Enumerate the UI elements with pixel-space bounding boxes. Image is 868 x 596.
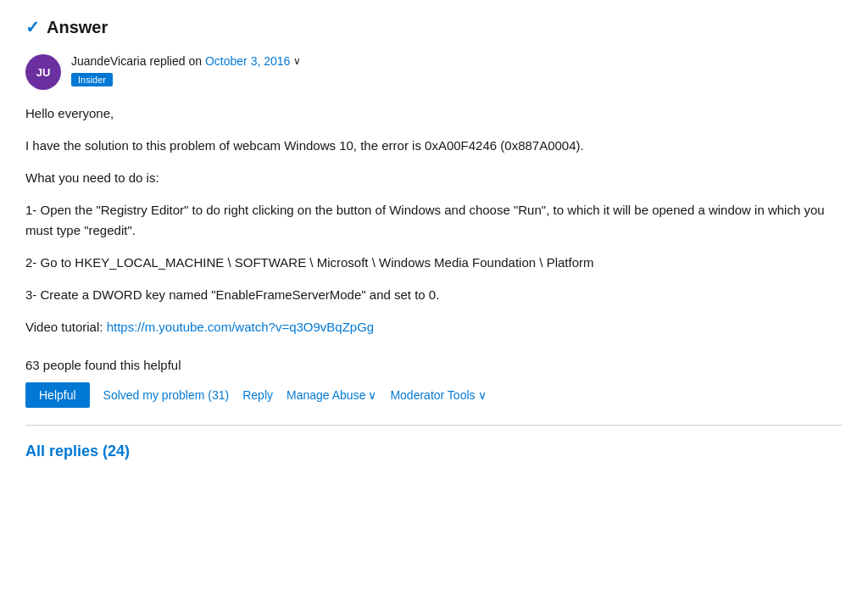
paragraph-1: Hello everyone, [25, 103, 843, 124]
manage-abuse-label: Manage Abuse [287, 388, 365, 402]
video-link[interactable]: https://m.youtube.com/watch?v=q3O9vBqZpG… [107, 320, 375, 334]
date-link[interactable]: October 3, 2016 [205, 54, 290, 68]
paragraph-4: 1- Open the "Registry Editor" to do righ… [25, 200, 843, 241]
post-content: Hello everyone, I have the solution to t… [25, 103, 843, 337]
paragraph-7: Video tutorial: https://m.youtube.com/wa… [25, 317, 843, 337]
paragraph-3: What you need to do is: [25, 168, 843, 188]
paragraph-2: I have the solution to this problem of w… [25, 136, 843, 156]
answer-title: Answer [47, 18, 108, 37]
paragraph-6: 3- Create a DWORD key named "EnableFrame… [25, 285, 843, 305]
username: JuandeVicaria [71, 54, 146, 68]
moderator-tools-label: Moderator Tools [390, 388, 475, 402]
video-tutorial-text: Video tutorial: [25, 320, 107, 334]
helpful-count: 63 people found this helpful [25, 358, 843, 372]
badge-container: Insider [71, 71, 301, 86]
all-replies-link[interactable]: All replies (24) [25, 443, 130, 460]
user-info: JuandeVicaria replied on October 3, 2016… [71, 54, 301, 86]
manage-abuse-chevron-icon: ∨ [368, 388, 376, 402]
paragraph-5: 2- Go to HKEY_LOCAL_MACHINE \ SOFTWARE \… [25, 253, 843, 273]
action-bar: Helpful Solved my problem (31) Reply Man… [25, 382, 843, 426]
user-meta: JuandeVicaria replied on October 3, 2016… [71, 54, 301, 68]
answer-header: ✓ Answer [25, 17, 843, 37]
helpful-button[interactable]: Helpful [25, 382, 90, 408]
solved-my-problem-link[interactable]: Solved my problem (31) [103, 388, 230, 402]
chevron-down-icon: ∨ [293, 55, 301, 67]
all-replies-section: All replies (24) [25, 443, 843, 460]
avatar: JU [25, 54, 61, 90]
user-row: JU JuandeVicaria replied on October 3, 2… [25, 54, 843, 90]
moderator-tools-chevron-icon: ∨ [478, 388, 487, 402]
check-icon: ✓ [25, 17, 40, 37]
replied-on-text: replied on [149, 54, 202, 68]
insider-badge: Insider [71, 73, 113, 86]
moderator-tools-link[interactable]: Moderator Tools ∨ [390, 388, 486, 402]
manage-abuse-link[interactable]: Manage Abuse ∨ [287, 388, 376, 402]
reply-link[interactable]: Reply [242, 388, 273, 402]
